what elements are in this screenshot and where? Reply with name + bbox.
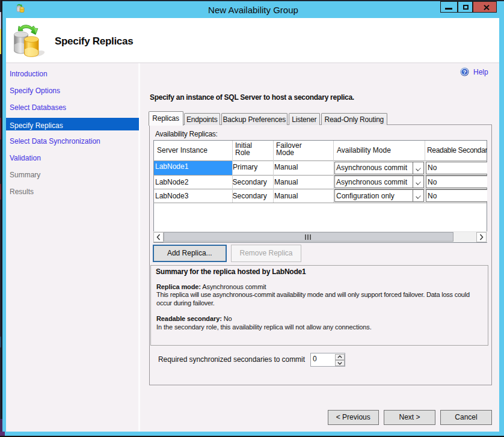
svg-text:?: ? [463,69,467,75]
